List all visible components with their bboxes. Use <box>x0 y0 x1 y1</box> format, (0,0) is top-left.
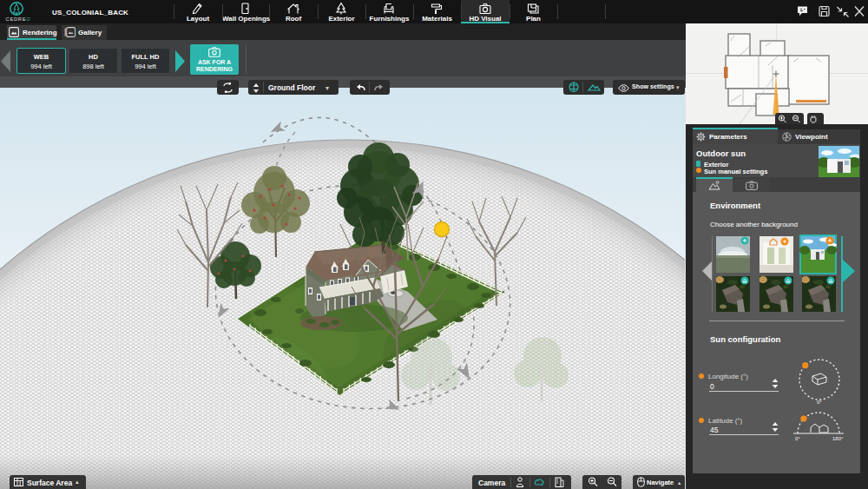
svg-text:0°: 0° <box>817 400 822 405</box>
svg-text:180°: 180° <box>832 436 844 441</box>
svg-text:0°: 0° <box>795 436 800 441</box>
svg-text:CEDREO: CEDREO <box>6 17 31 22</box>
